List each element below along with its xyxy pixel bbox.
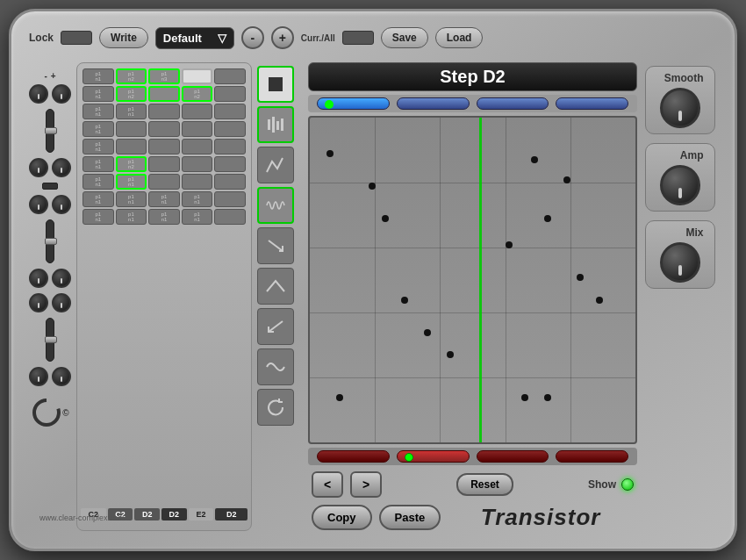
step-cell[interactable] xyxy=(214,139,246,154)
step-cell[interactable]: p1n1 xyxy=(82,86,114,102)
step-cell[interactable]: p1n2 xyxy=(116,156,147,172)
knob-3[interactable] xyxy=(29,158,48,177)
plus-button[interactable]: + xyxy=(271,26,294,49)
oval-2[interactable] xyxy=(397,97,470,110)
paste-button[interactable]: Paste xyxy=(379,505,441,530)
smooth-knob[interactable] xyxy=(660,88,700,128)
step-cell[interactable]: p1n1 xyxy=(182,191,213,207)
step-cell[interactable]: p1n1 xyxy=(82,121,114,137)
pattern-btn-reset[interactable] xyxy=(257,389,294,426)
main-display: Step D2 xyxy=(308,62,637,531)
step-cell[interactable]: p1n1 xyxy=(82,191,114,207)
knob-9[interactable] xyxy=(29,293,48,312)
pattern-btn-square[interactable] xyxy=(257,66,294,103)
step-cell[interactable] xyxy=(214,121,246,137)
slider-2[interactable] xyxy=(46,219,54,263)
step-cell[interactable] xyxy=(214,209,246,225)
note-d2-active[interactable]: D2 xyxy=(215,508,247,521)
pattern-btn-wave[interactable] xyxy=(257,187,294,224)
step-cell[interactable] xyxy=(148,121,180,137)
step-cell[interactable] xyxy=(148,174,180,190)
step-cell[interactable]: p1n1 xyxy=(82,209,114,225)
pattern-btn-ramp-down[interactable] xyxy=(257,227,294,264)
step-cell[interactable] xyxy=(148,139,180,154)
minus-button[interactable]: - xyxy=(241,26,264,49)
slider-1[interactable] xyxy=(46,109,54,153)
oval-red-3[interactable] xyxy=(477,450,549,463)
note-d2-1[interactable]: D2 xyxy=(134,508,160,521)
knob-2[interactable] xyxy=(52,84,71,104)
step-cell[interactable] xyxy=(182,156,213,172)
step-cell[interactable] xyxy=(214,156,246,172)
step-cell[interactable]: p1n1 xyxy=(182,209,213,225)
pattern-btn-bars[interactable] xyxy=(257,106,294,143)
step-cell[interactable]: p1n1 xyxy=(82,68,114,84)
write-button[interactable]: Write xyxy=(99,27,148,48)
pattern-btn-env[interactable] xyxy=(257,147,294,183)
step-cell[interactable] xyxy=(214,191,246,207)
step-cell[interactable]: p1n1 xyxy=(82,174,114,190)
step-cell-selected[interactable] xyxy=(182,68,213,84)
knob-7[interactable] xyxy=(29,269,48,288)
step-cell[interactable]: p1n2 xyxy=(116,68,147,84)
next-button[interactable]: > xyxy=(350,471,382,498)
knob-10[interactable] xyxy=(52,293,71,312)
pattern-btn-ramp-up[interactable] xyxy=(257,308,294,345)
amp-knob[interactable] xyxy=(660,165,700,205)
oval-red-2[interactable] xyxy=(397,450,470,463)
note-e2[interactable]: E2 xyxy=(189,508,214,521)
step-cell[interactable] xyxy=(116,139,147,154)
knob-12[interactable] xyxy=(52,367,71,386)
step-cell[interactable]: p1n1 xyxy=(116,174,147,190)
save-button[interactable]: Save xyxy=(381,27,428,48)
knob-5[interactable] xyxy=(29,195,48,214)
step-cell[interactable]: p1n1 xyxy=(148,209,180,225)
step-cell[interactable]: p1n1 xyxy=(116,104,147,119)
step-cell[interactable]: p1n3 xyxy=(148,68,180,84)
pattern-btn-triangle[interactable] xyxy=(257,268,294,305)
knob-1[interactable] xyxy=(29,84,48,104)
step-cell[interactable]: p1n2 xyxy=(116,86,147,102)
oval-red-1[interactable] xyxy=(317,450,390,463)
step-cell[interactable]: p1n1 xyxy=(116,191,147,207)
oval-3[interactable] xyxy=(477,97,549,110)
knob-8[interactable] xyxy=(52,269,71,288)
slider-3[interactable] xyxy=(46,318,54,362)
step-cell[interactable]: p1n1 xyxy=(148,191,180,207)
reset-button[interactable]: Reset xyxy=(456,473,513,496)
load-button[interactable]: Load xyxy=(435,27,484,48)
curr-toggle[interactable] xyxy=(342,31,374,45)
step-cell[interactable] xyxy=(214,174,246,190)
step-cell[interactable] xyxy=(182,139,213,154)
show-led[interactable] xyxy=(621,478,634,491)
step-cell[interactable] xyxy=(182,104,213,119)
step-cell[interactable] xyxy=(214,68,246,84)
step-cell[interactable] xyxy=(214,104,246,119)
step-cell[interactable] xyxy=(214,86,246,102)
step-cell[interactable] xyxy=(148,86,180,102)
piano-roll[interactable] xyxy=(308,116,637,444)
step-cell[interactable]: p1n1 xyxy=(82,156,114,172)
step-cell[interactable] xyxy=(182,121,213,137)
preset-dropdown[interactable]: Default ▽ xyxy=(155,27,234,49)
prev-button[interactable]: < xyxy=(312,471,343,498)
oval-red-4[interactable] xyxy=(556,450,628,463)
oval-1[interactable] xyxy=(317,97,390,110)
step-cell[interactable] xyxy=(148,104,180,119)
lock-toggle[interactable] xyxy=(61,31,92,45)
step-cell[interactable]: p1n1 xyxy=(82,139,114,154)
step-cell[interactable]: p1n1 xyxy=(82,104,114,119)
note-d2-2[interactable]: D2 xyxy=(161,508,187,521)
knob-11[interactable] xyxy=(29,367,48,386)
oval-4[interactable] xyxy=(556,97,628,110)
copy-button[interactable]: Copy xyxy=(312,505,372,530)
step-cell[interactable] xyxy=(182,174,213,190)
step-cell[interactable]: p1n2 xyxy=(182,86,213,102)
knob-4[interactable] xyxy=(52,158,71,177)
knob-6[interactable] xyxy=(52,195,71,214)
pattern-btn-sine[interactable] xyxy=(257,348,294,385)
step-cell[interactable]: p1n1 xyxy=(116,209,147,225)
step-cell[interactable] xyxy=(148,156,180,172)
mix-knob[interactable] xyxy=(660,242,700,283)
step-cell[interactable] xyxy=(116,121,147,137)
